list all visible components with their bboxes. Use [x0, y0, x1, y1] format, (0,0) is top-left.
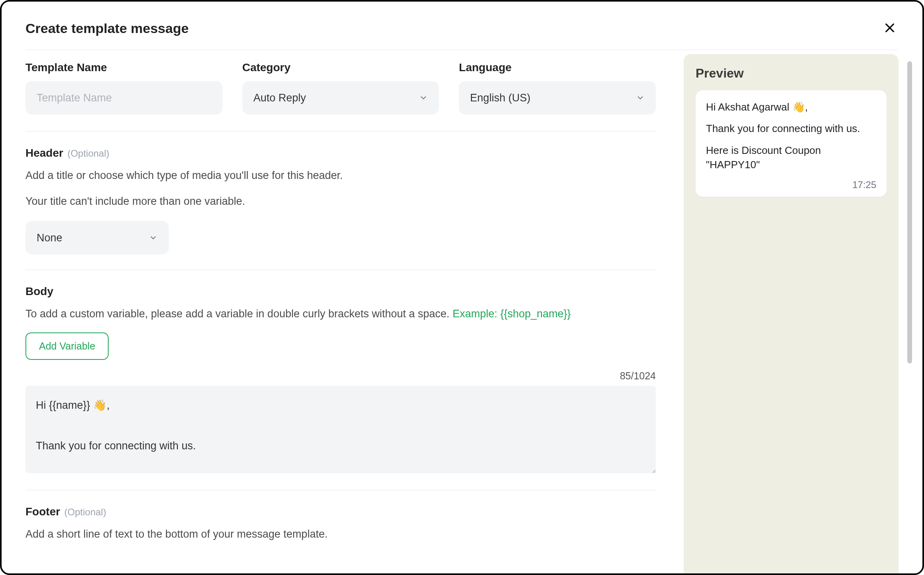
body-example-text: Example: {{shop_name}} [452, 308, 571, 320]
chevron-down-icon [149, 233, 158, 242]
footer-section-title: Footer [25, 505, 60, 518]
category-select[interactable]: Auto Reply [242, 81, 439, 115]
form-column: Template Name Category Auto Reply Langua… [25, 50, 660, 573]
language-field: Language English (US) [459, 61, 656, 115]
chevron-down-icon [419, 93, 428, 102]
preview-line: Hi Akshat Agarwal 👋, [706, 100, 876, 114]
preview-line: Here is Discount Coupon "HAPPY10" [706, 143, 876, 172]
close-icon [883, 21, 896, 34]
preview-line: Thank you for connecting with us. [706, 121, 876, 136]
language-selected-value: English (US) [470, 92, 530, 104]
preview-title: Preview [696, 66, 887, 81]
category-selected-value: Auto Reply [253, 92, 306, 104]
language-label: Language [459, 61, 656, 74]
footer-optional-label: (Optional) [64, 507, 106, 517]
category-label: Category [242, 61, 439, 74]
close-button[interactable] [881, 19, 899, 38]
preview-timestamp: 17:25 [706, 179, 876, 190]
body-section-title: Body [25, 285, 53, 297]
body-desc: To add a custom variable, please add a v… [25, 306, 656, 322]
header-desc-1: Add a title or choose which type of medi… [25, 167, 656, 184]
modal-title: Create template message [25, 21, 189, 36]
body-textarea[interactable] [25, 386, 656, 473]
footer-section: Footer (Optional) Add a short line of te… [25, 490, 656, 558]
header-section: Header (Optional) Add a title or choose … [25, 132, 656, 270]
scrollbar[interactable] [907, 61, 912, 363]
modal-header: Create template message [25, 19, 899, 50]
header-type-selected-value: None [37, 232, 62, 244]
template-name-input[interactable] [25, 81, 222, 115]
footer-desc: Add a short line of text to the bottom o… [25, 526, 656, 542]
template-name-label: Template Name [25, 61, 222, 74]
header-section-title: Header [25, 147, 63, 159]
header-desc-2: Your title can't include more than one v… [25, 193, 656, 210]
preview-message-bubble: Hi Akshat Agarwal 👋, Thank you for conne… [696, 90, 887, 197]
template-name-field: Template Name [25, 61, 222, 115]
language-select[interactable]: English (US) [459, 81, 656, 115]
body-section: Body To add a custom variable, please ad… [25, 270, 656, 490]
add-variable-button[interactable]: Add Variable [25, 332, 109, 360]
chevron-down-icon [636, 93, 645, 102]
preview-panel: Preview Hi Akshat Agarwal 👋, Thank you f… [684, 54, 899, 573]
header-optional-label: (Optional) [67, 148, 109, 159]
body-char-count: 85/1024 [25, 370, 656, 382]
category-field: Category Auto Reply [242, 61, 439, 115]
header-type-select[interactable]: None [25, 221, 169, 254]
